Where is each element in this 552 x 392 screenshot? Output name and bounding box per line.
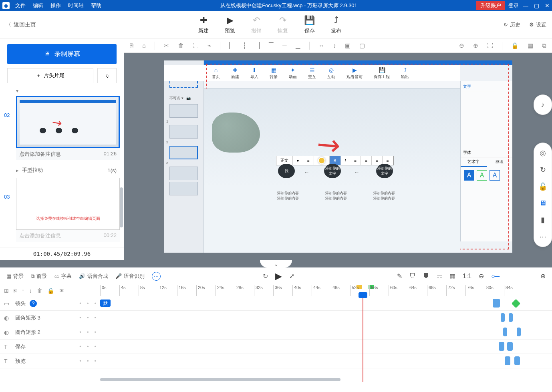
ink-blob-3[interactable]: 添加你的文字 <box>376 164 393 178</box>
track-name-3[interactable]: 圆角矩形 2 <box>15 329 40 336</box>
record-button[interactable]: 🖥 录制屏幕 <box>7 44 117 64</box>
subtitle-tab[interactable]: ㏄字幕 <box>54 273 72 280</box>
clip-5b[interactable] <box>514 356 520 365</box>
menu-help[interactable]: 帮助 <box>91 2 101 9</box>
mini-thumb-3[interactable] <box>169 146 198 159</box>
clip-3b[interactable] <box>517 328 521 336</box>
edit-icon[interactable]: ✎ <box>397 272 402 280</box>
add-track-icon[interactable]: ⊞ <box>4 287 9 294</box>
save-button[interactable]: 💾保存 <box>304 15 315 34</box>
zoom-out-tl-icon[interactable]: ⊖ <box>479 272 484 280</box>
dist-v-icon[interactable]: ↕ <box>333 42 336 49</box>
redo-button[interactable]: ↷恢复 <box>278 15 288 34</box>
keyframe-1[interactable] <box>512 299 521 308</box>
filter1-icon[interactable]: ⛉ <box>409 273 416 280</box>
timeline-scrollbar[interactable] <box>100 378 340 381</box>
unlock-icon[interactable]: 🔓 <box>538 182 547 191</box>
zoom-slider-icon[interactable]: ○─ <box>491 273 500 280</box>
clip-5a[interactable] <box>505 356 510 365</box>
filter2-icon[interactable]: ⛊ <box>423 273 429 280</box>
slide-caption-03[interactable]: 点击添加备注信息 <box>19 232 61 239</box>
dist-h-icon[interactable]: ↔ <box>318 42 324 49</box>
menu-edit[interactable]: 编辑 <box>33 2 43 9</box>
align-bottom-icon[interactable]: ▁ <box>296 42 300 49</box>
preview-button[interactable]: ▶预览 <box>225 15 235 34</box>
align-center-icon[interactable]: ┆ <box>243 42 246 49</box>
play-timeline-icon[interactable]: ▶ <box>275 271 282 281</box>
move-down-icon[interactable]: ↓ <box>29 287 32 294</box>
folder-add-icon[interactable]: ⎘ <box>14 287 17 294</box>
bg-tab[interactable]: ▦背景 <box>6 273 24 280</box>
more-icon[interactable]: ⋯ <box>539 232 546 241</box>
filter3-icon[interactable]: ⚎ <box>437 272 442 280</box>
clip-button[interactable]: ＋片头片尾 <box>7 68 93 83</box>
music-button[interactable]: ♫ <box>97 68 117 83</box>
move-up-icon[interactable]: ↑ <box>22 287 24 294</box>
mini-thumb-5[interactable] <box>169 182 198 195</box>
settings-button[interactable]: ⚙设置 <box>529 21 546 28</box>
track-name-5[interactable]: 预览 <box>15 358 26 365</box>
ungroup-icon[interactable]: ▢ <box>359 42 365 49</box>
layers-icon[interactable]: ▦ <box>528 42 533 49</box>
track-body-1[interactable]: 默 <box>100 296 552 310</box>
close-icon[interactable]: ✕ <box>545 2 550 9</box>
cut-icon[interactable]: ✂ <box>164 42 169 49</box>
tts-tab[interactable]: 🔊语音合成 <box>79 273 108 280</box>
eye-icon[interactable]: 👁 <box>59 287 64 294</box>
maximize-icon[interactable]: ▢ <box>534 2 539 9</box>
menu-timeline[interactable]: 时间轴 <box>68 2 84 9</box>
login-button[interactable]: 登录 <box>508 2 519 9</box>
target-icon[interactable]: ◎ <box>540 149 546 157</box>
track-name-1[interactable]: 镜头 <box>15 300 26 307</box>
clip-3a[interactable] <box>503 328 507 336</box>
fullscreen-icon[interactable]: ⤢ <box>289 272 294 280</box>
menu-action[interactable]: 操作 <box>50 2 61 9</box>
menu-file[interactable]: 文件 <box>15 2 26 9</box>
track-name-4[interactable]: 保存 <box>15 343 26 350</box>
ratio-icon[interactable]: 1:1 <box>463 273 471 280</box>
track-body-4[interactable] <box>100 340 552 354</box>
clip-1a[interactable] <box>493 299 500 308</box>
ink-blob-1[interactable]: 我 <box>278 164 295 178</box>
undo-button[interactable]: ↶撤销 <box>251 15 262 34</box>
help-icon[interactable]: ? <box>30 300 37 307</box>
fit-icon[interactable]: ⛶ <box>487 42 493 49</box>
clip-4a[interactable] <box>499 342 504 351</box>
slide-item-03[interactable]: 03 选择免费在线模板创建空白编辑页面 点击添加备注信息 00:22 <box>4 178 120 242</box>
track-name-2[interactable]: 圆角矩形 3 <box>15 314 40 322</box>
more-options-button[interactable]: ⋯ <box>152 272 161 281</box>
brush-icon[interactable]: ⌁ <box>208 42 211 49</box>
slide-thumb-02[interactable]: ↘ <box>16 96 120 148</box>
loop-icon[interactable]: ↻ <box>263 272 268 280</box>
mobile-icon[interactable]: ▮ <box>541 215 545 224</box>
align-left-icon[interactable]: ▏ <box>229 42 234 49</box>
rotate-icon[interactable]: ↻ <box>540 165 546 174</box>
slide-meta-02[interactable]: ▸ 手型拉动 1(s) <box>4 164 120 174</box>
home-icon[interactable]: ⌂ <box>142 42 146 49</box>
layer-down-icon[interactable]: ⎘ <box>130 42 133 49</box>
trash-icon[interactable]: 🗑 <box>178 42 184 49</box>
slide-thumb-03[interactable]: 选择免费在线模板创建空白编辑页面 <box>16 178 120 230</box>
publish-button[interactable]: ⤴发布 <box>331 15 341 34</box>
align-right-icon[interactable]: ▕ <box>255 42 260 49</box>
slide-caption-02[interactable]: 点击添加备注信息 <box>19 151 61 158</box>
grid2-icon[interactable]: ▦ <box>449 272 455 280</box>
group-icon[interactable]: ▣ <box>345 42 351 49</box>
clip-2a[interactable] <box>501 313 505 322</box>
upgrade-button[interactable]: 升级账户 <box>476 1 505 10</box>
slide-scrollbar[interactable] <box>120 187 123 227</box>
del-track-icon[interactable]: 🗑 <box>37 287 42 294</box>
zoom-in-icon[interactable]: ⊕ <box>473 42 478 49</box>
collapse-panel-button[interactable]: ⌄ <box>260 260 292 267</box>
align-top-icon[interactable]: ▔ <box>269 42 274 49</box>
zoom-in-tl-icon[interactable]: ⊕ <box>540 272 546 280</box>
time-ruler[interactable]: 0s4s8s12s16s20s24s28s32s36s40s44s48s52s5… <box>100 285 552 296</box>
mini-thumb-4[interactable] <box>169 167 198 180</box>
crop-icon[interactable]: ⛶ <box>193 42 199 49</box>
mini-thumb-2[interactable] <box>169 125 198 139</box>
track-body-5[interactable] <box>100 354 552 368</box>
track-tag[interactable]: 默 <box>100 300 111 307</box>
list-icon[interactable]: ≡ <box>303 156 314 165</box>
history-button[interactable]: ↻历史 <box>504 21 520 28</box>
minimize-icon[interactable]: — <box>523 2 528 9</box>
